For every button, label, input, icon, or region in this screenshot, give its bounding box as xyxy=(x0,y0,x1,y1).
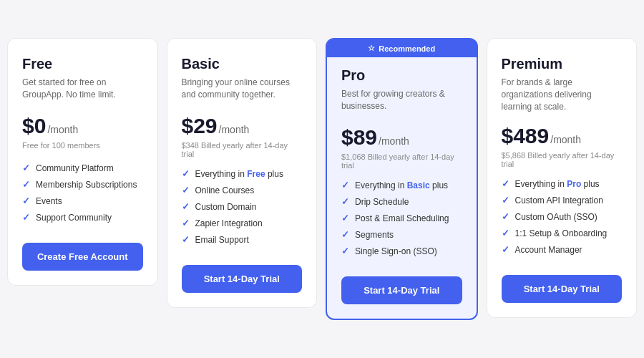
feature-text: Custom Domain xyxy=(195,202,257,212)
feature-item: ✓Zapier Integration xyxy=(182,218,303,228)
check-icon: ✓ xyxy=(341,180,349,190)
check-icon: ✓ xyxy=(502,244,509,255)
plan-description-pro: Best for growing creators & businesses. xyxy=(341,88,462,114)
plan-card-pro: ☆ Recommended ProBest for growing creato… xyxy=(326,38,478,320)
feature-item: ✓Everything in Basic plus xyxy=(341,180,462,190)
plan-name-basic: Basic xyxy=(182,56,303,72)
feature-highlight: Pro xyxy=(567,179,581,189)
feature-text: Events xyxy=(36,196,62,206)
plan-card-premium: PremiumFor brands & large organizations … xyxy=(487,38,638,318)
feature-item: ✓Segments xyxy=(341,229,462,240)
feature-highlight: Basic xyxy=(407,180,430,190)
plan-price-wrapper-premium: $489 /month xyxy=(502,124,623,148)
plan-name-premium: Premium xyxy=(502,56,623,72)
plan-name-free: Free xyxy=(22,56,143,72)
check-icon: ✓ xyxy=(22,179,30,190)
feature-item: ✓Everything in Free plus xyxy=(182,168,303,179)
plan-price-basic: $29 /month xyxy=(182,114,303,138)
plan-description-basic: Bringing your online courses and communi… xyxy=(182,77,303,102)
price-note-premium: $5,868 Billed yearly after 14-day trial xyxy=(502,151,623,168)
feature-highlight: Free xyxy=(247,169,265,179)
plan-button-free[interactable]: Create Free Account xyxy=(22,243,143,271)
feature-text: Community Platform xyxy=(36,163,114,173)
feature-item: ✓Community Platform xyxy=(22,163,143,173)
feature-text: Custom API Integration xyxy=(515,195,603,205)
recommended-label: Recommended xyxy=(379,44,435,53)
feature-item: ✓Email Support xyxy=(182,234,303,245)
feature-text: Account Manager xyxy=(515,245,582,255)
feature-item: ✓Custom OAuth (SSO) xyxy=(502,211,623,222)
feature-text: Everything in Basic plus xyxy=(355,180,448,190)
feature-item: ✓Support Community xyxy=(22,212,143,223)
price-amount-premium: $489 xyxy=(502,124,550,148)
feature-text: Zapier Integration xyxy=(195,218,263,228)
plan-price-free: $0 /month xyxy=(22,114,143,138)
plan-price-premium: $489 /month xyxy=(502,124,623,148)
price-period-basic: /month xyxy=(219,124,250,135)
price-amount-basic: $29 xyxy=(182,114,218,138)
check-icon: ✓ xyxy=(182,234,190,245)
check-icon: ✓ xyxy=(341,229,349,240)
feature-text: Membership Subscriptions xyxy=(36,180,137,190)
price-period-pro: /month xyxy=(379,135,409,147)
check-icon: ✓ xyxy=(22,195,30,206)
plan-button-premium[interactable]: Start 14-Day Trial xyxy=(502,275,623,303)
feature-text: Post & Email Scheduling xyxy=(355,213,449,223)
feature-item: ✓Account Manager xyxy=(502,244,623,255)
plan-button-basic[interactable]: Start 14-Day Trial xyxy=(182,265,303,293)
feature-text: Email Support xyxy=(195,235,249,245)
feature-item: ✓Custom Domain xyxy=(182,201,303,212)
feature-text: Segments xyxy=(355,230,394,240)
check-icon: ✓ xyxy=(502,178,509,189)
check-icon: ✓ xyxy=(341,196,349,207)
feature-text: Everything in Pro plus xyxy=(515,179,600,189)
feature-text: Single Sign-on (SSO) xyxy=(355,246,437,256)
check-icon: ✓ xyxy=(502,228,509,238)
check-icon: ✓ xyxy=(502,211,509,222)
plan-description-free: Get started for free on GroupApp. No tim… xyxy=(22,77,143,102)
plan-card-free: FreeGet started for free on GroupApp. No… xyxy=(7,38,158,286)
features-list-premium: ✓Everything in Pro plus ✓Custom API Inte… xyxy=(502,178,623,261)
feature-item: ✓Drip Schedule xyxy=(341,196,462,207)
feature-item: ✓Membership Subscriptions xyxy=(22,179,143,190)
recommended-badge: ☆ Recommended xyxy=(327,39,477,57)
feature-item: ✓1:1 Setup & Onboarding xyxy=(502,228,623,238)
feature-item: ✓Online Courses xyxy=(182,185,303,195)
feature-item: ✓Post & Email Scheduling xyxy=(341,213,462,223)
check-icon: ✓ xyxy=(182,185,190,195)
feature-text: 1:1 Setup & Onboarding xyxy=(515,228,608,238)
feature-item: ✓Events xyxy=(22,195,143,206)
features-list-free: ✓Community Platform ✓Membership Subscrip… xyxy=(22,163,143,228)
feature-text: Everything in Free plus xyxy=(195,169,283,179)
plan-price-pro: $89 /month xyxy=(341,125,462,150)
features-list-pro: ✓Everything in Basic plus ✓Drip Schedule… xyxy=(341,180,462,262)
check-icon: ✓ xyxy=(341,246,349,256)
plan-card-basic: BasicBringing your online courses and co… xyxy=(167,38,318,308)
feature-text: Support Community xyxy=(36,213,112,223)
check-icon: ✓ xyxy=(341,213,349,223)
plan-name-pro: Pro xyxy=(341,67,462,84)
plan-price-wrapper-free: $0 /month xyxy=(22,114,143,138)
check-icon: ✓ xyxy=(502,195,509,205)
check-icon: ✓ xyxy=(182,168,190,179)
price-period-premium: /month xyxy=(550,134,581,145)
features-list-basic: ✓Everything in Free plus ✓Online Courses… xyxy=(182,168,303,251)
check-icon: ✓ xyxy=(22,212,30,223)
price-amount-pro: $89 xyxy=(341,125,377,150)
plan-price-wrapper-basic: $29 /month xyxy=(182,114,303,138)
price-note-basic: $348 Billed yearly after 14-day trial xyxy=(182,141,303,158)
price-amount-free: $0 xyxy=(22,114,46,138)
feature-item: ✓Everything in Pro plus xyxy=(502,178,623,189)
check-icon: ✓ xyxy=(22,163,30,173)
price-note-free: Free for 100 members xyxy=(22,141,143,153)
check-icon: ✓ xyxy=(182,201,190,212)
pricing-container: FreeGet started for free on GroupApp. No… xyxy=(7,38,637,320)
feature-text: Online Courses xyxy=(195,185,255,195)
feature-text: Custom OAuth (SSO) xyxy=(515,212,597,222)
plan-price-wrapper-pro: $89 /month xyxy=(341,125,462,150)
price-note-pro: $1,068 Billed yearly after 14-day trial xyxy=(341,153,462,170)
plan-button-pro[interactable]: Start 14-Day Trial xyxy=(341,276,462,304)
feature-text: Drip Schedule xyxy=(355,197,409,207)
check-icon: ✓ xyxy=(182,218,190,228)
feature-item: ✓Single Sign-on (SSO) xyxy=(341,246,462,256)
